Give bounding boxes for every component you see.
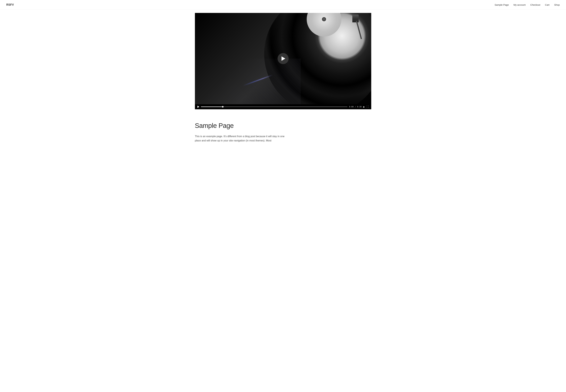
video-frame [195,13,371,104]
site-logo[interactable]: RSFV [6,3,14,6]
progress-handle[interactable] [222,106,223,108]
mute-icon[interactable]: ▶ [363,106,365,108]
video-player: 0:00 / 0:30 ▶ ⛶ [195,13,371,109]
nav-item-shop[interactable]: Shop [554,3,560,6]
time-separator: / [355,106,356,108]
main-nav: Sample Page My account Checkout Cart Sho… [495,3,560,6]
fullscreen-icon[interactable]: ⛶ [367,106,369,108]
page-content: Sample Page This is an example page. It'… [195,119,371,146]
time-total: 0:30 [357,106,362,108]
play-icon [281,56,285,61]
tonearm-body [352,14,359,22]
nav-item-sample-page[interactable]: Sample Page [495,3,509,6]
vinyl-label [307,13,341,37]
nav-item-cart[interactable]: Cart [545,3,550,6]
tonearm-arm [356,21,362,39]
tonearm [349,14,362,40]
groove-lines [195,59,301,104]
controls-play-button[interactable] [197,106,199,108]
time-current: 0:00 [349,106,354,108]
video-controls-bar: 0:00 / 0:30 ▶ ⛶ [195,104,371,109]
ctrl-icons: ▶ ⛶ [363,106,369,108]
video-play-button[interactable] [277,53,289,64]
main-content: 0:00 / 0:30 ▶ ⛶ Sample Page This is an e… [189,10,378,152]
nav-item-my-account[interactable]: My account [513,3,526,6]
progress-bar[interactable] [201,106,347,107]
progress-fill [201,106,223,107]
site-header: RSFV Sample Page My account Checkout Car… [0,0,566,10]
nav-item-checkout[interactable]: Checkout [530,3,540,6]
page-title: Sample Page [195,122,371,129]
time-display: 0:00 / 0:30 [349,106,362,108]
controls-play-icon [197,106,199,108]
page-intro: This is an example page. It's different … [195,134,289,143]
